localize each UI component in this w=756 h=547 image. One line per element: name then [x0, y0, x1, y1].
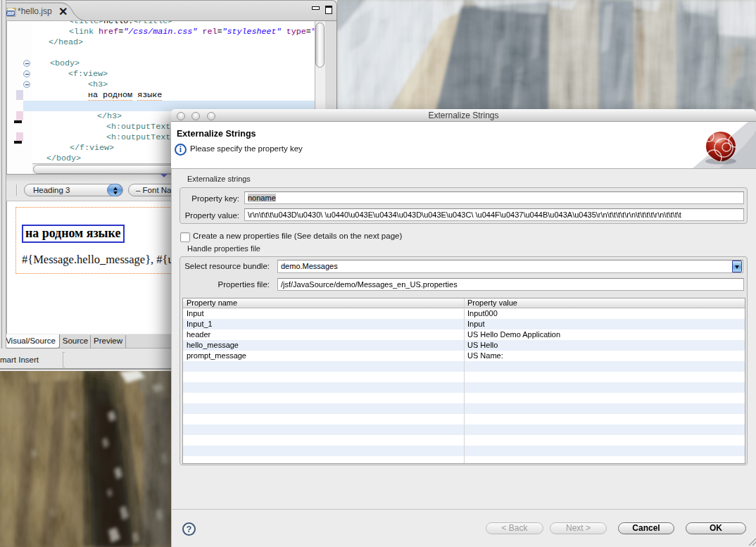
svg-text:JSP: JSP: [7, 11, 15, 15]
